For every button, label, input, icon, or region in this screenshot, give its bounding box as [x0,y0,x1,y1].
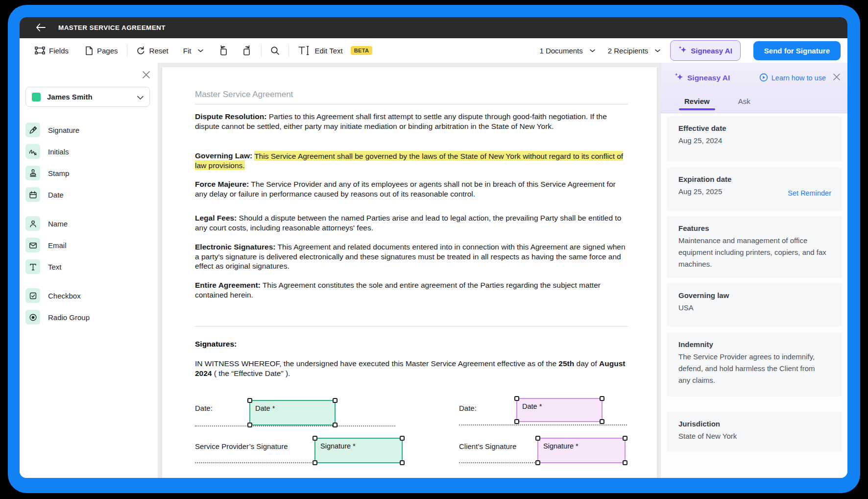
resize-handle[interactable] [514,396,519,401]
paragraph-dispute-resolution: Dispute Resolution: Parties to this Agre… [195,112,628,131]
calendar-icon [25,187,40,202]
sidebar-item-date[interactable]: Date [25,184,152,205]
fields-icon [35,46,45,55]
signatures-heading: Signatures: [195,340,237,349]
resize-handle[interactable] [313,460,317,465]
document-title: MASTER SERVICE AGREEMENT [58,24,166,31]
toolbar-divider [261,44,262,57]
set-reminder-link[interactable]: Set Reminder [788,189,831,197]
text-icon [25,259,40,274]
resize-handle[interactable] [333,398,338,403]
toolbar: Fields Pages Reset [20,38,847,63]
chevron-down-icon [590,49,595,52]
ai-panel-header: Signeasy AI Learn how to use [661,63,847,113]
card-effective-date: Effective date Aug 25, 2024 [667,116,842,162]
recipient-name: James Smith [47,93,137,101]
search-button[interactable] [270,46,280,55]
page-heading: Master Service Agreement [195,90,293,100]
rotate-left-button[interactable] [218,45,229,56]
chevron-down-icon [655,49,660,52]
client-signature-label: Client’s Signature [459,442,516,450]
resize-handle[interactable] [400,436,405,441]
rotate-right-icon [241,45,252,56]
signeasy-ai-panel: Signeasy AI Learn how to use [660,63,847,478]
edit-text-icon [298,45,311,56]
provider-date-label: Date: [195,404,213,412]
card-jurisdiction: Jurisdiction State of New York [667,412,842,452]
signeasy-ai-button[interactable]: Signeasy AI [670,40,740,61]
resize-handle[interactable] [600,419,604,424]
close-icon[interactable] [833,73,841,83]
reset-button[interactable]: Reset [136,46,169,55]
resize-handle[interactable] [333,423,338,427]
resize-handle[interactable] [535,436,540,441]
witness-paragraph: IN WITNESS WHEREOF, the undersigned have… [195,359,628,378]
ai-panel-title: Signeasy AI [687,74,730,82]
dotted-line [459,424,627,425]
pages-button[interactable]: Pages [85,46,118,55]
card-indemnity: Indemnity The Service Provider agrees to… [667,332,842,397]
reset-icon [136,46,145,55]
resize-handle[interactable] [623,460,627,465]
recipients-dropdown[interactable]: 2 Recipients [608,47,661,55]
card-expiration-date: Expiration date Aug 25, 2025 Set Reminde… [667,167,842,211]
highlighted-text: This Service Agreement shall be governed… [195,151,623,171]
sidebar-item-text[interactable]: Text [25,256,152,277]
client-signature-field[interactable]: Signature * [537,438,626,463]
checkbox-icon [25,288,40,303]
sidebar-item-initials[interactable]: Initials [25,141,152,162]
divider [195,104,628,104]
app-window: MASTER SERVICE AGREEMENT Fields [20,17,847,478]
pages-icon [85,46,93,55]
search-icon [270,46,280,55]
sparkle-icon [675,73,683,83]
chevron-down-icon [198,49,203,52]
sidebar-item-email[interactable]: Email [25,234,152,256]
paragraph-force-majeure: Force Majeure: The Service Provider and … [195,179,628,199]
back-arrow-icon[interactable] [36,23,46,33]
resize-handle[interactable] [247,398,252,403]
resize-handle[interactable] [535,460,540,465]
screenshot-stage: MASTER SERVICE AGREEMENT Fields [0,0,868,499]
resize-handle[interactable] [514,419,519,424]
radio-icon [25,310,40,324]
paragraph-legal-fees: Legal Fees: Should a dispute between the… [195,213,628,232]
person-icon [25,216,40,231]
document-page: Master Service Agreement Dispute Resolut… [162,67,657,478]
sidebar-item-name[interactable]: Name [25,213,152,234]
play-circle-icon [759,73,768,83]
provider-date-field[interactable]: Date * [249,400,336,425]
stamp-icon [25,166,40,180]
rotate-right-button[interactable] [241,45,252,56]
resize-handle[interactable] [247,423,252,427]
resize-handle[interactable] [623,436,627,441]
sidebar-item-radio-group[interactable]: Radio Group [25,306,152,328]
title-bar: MASTER SERVICE AGREEMENT [20,17,847,38]
paragraph-governing-law: Governing Law: This Service Agreement sh… [195,151,628,170]
close-icon[interactable] [142,71,151,79]
recipient-dropdown[interactable]: James Smith [25,87,150,107]
toolbar-divider [289,44,289,57]
rotate-left-icon [218,45,229,56]
resize-handle[interactable] [313,436,317,441]
provider-signature-field[interactable]: Signature * [314,438,403,463]
sidebar-item-checkbox[interactable]: Checkbox [25,285,152,306]
toolbar-divider [127,44,127,57]
fit-dropdown[interactable]: Fit [183,47,204,55]
client-date-field[interactable]: Date * [516,398,603,422]
ai-panel-tabs: Review Ask [684,97,750,111]
sidebar-item-stamp[interactable]: Stamp [25,162,152,184]
divider [195,326,628,326]
paragraph-electronic-signatures: Electronic Signatures: This Agreement an… [195,242,628,271]
send-for-signature-button[interactable]: Send for Signature [753,41,841,60]
tab-review[interactable]: Review [684,97,710,111]
fields-button[interactable]: Fields [35,46,69,55]
sidebar-item-signature[interactable]: Signature [25,119,152,141]
edit-text-button[interactable]: Edit Text BETA [298,45,372,56]
resize-handle[interactable] [400,460,405,465]
learn-how-to-use-link[interactable]: Learn how to use [759,73,826,83]
initials-scribble-icon [25,144,40,159]
tab-ask[interactable]: Ask [738,97,750,111]
resize-handle[interactable] [600,396,604,401]
documents-dropdown[interactable]: 1 Documents [539,47,595,55]
